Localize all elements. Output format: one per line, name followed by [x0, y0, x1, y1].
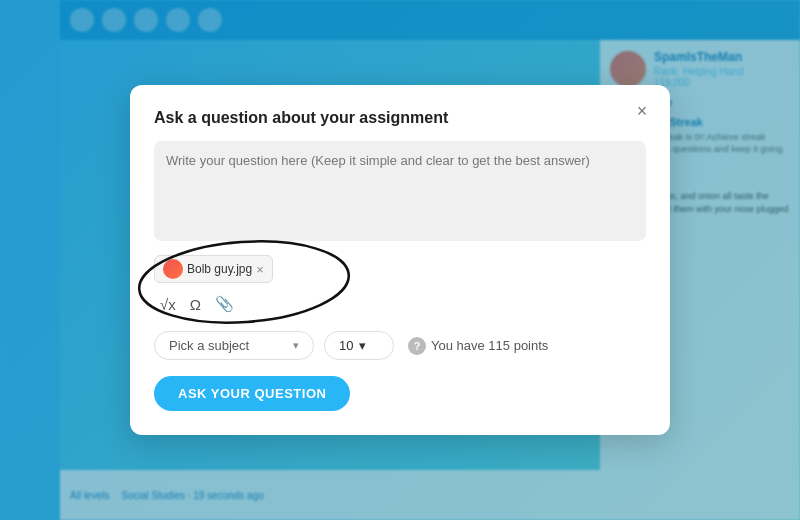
attachment-tag: Bolb guy.jpg × — [154, 255, 273, 283]
points-info: ? You have 115 points — [408, 337, 548, 355]
subject-select-arrow-icon: ▾ — [293, 339, 299, 352]
ask-question-modal: × Ask a question about your assignment B… — [130, 85, 670, 435]
modal-title: Ask a question about your assignment — [154, 109, 646, 127]
attachment-remove-button[interactable]: × — [256, 263, 264, 276]
omega-icon: Ω — [190, 296, 201, 313]
close-button[interactable]: × — [630, 99, 654, 123]
question-textarea[interactable] — [154, 141, 646, 241]
sqrt-icon: √x — [160, 296, 176, 313]
points-info-icon: ? — [408, 337, 426, 355]
points-select-arrow-icon: ▾ — [359, 338, 366, 353]
paperclip-button[interactable]: 📎 — [209, 291, 240, 317]
ask-question-button[interactable]: ASK YOUR QUESTION — [154, 376, 350, 411]
sqrt-button[interactable]: √x — [154, 292, 182, 317]
paperclip-icon: 📎 — [215, 295, 234, 313]
ellipse-container: Bolb guy.jpg × √x Ω 📎 — [154, 255, 646, 317]
omega-button[interactable]: Ω — [184, 292, 207, 317]
points-value: 10 — [339, 338, 353, 353]
controls-row: Pick a subject ▾ 10 ▾ ? You have 115 poi… — [154, 331, 646, 360]
subject-select-label: Pick a subject — [169, 338, 249, 353]
attachment-filename: Bolb guy.jpg — [187, 262, 252, 276]
attachment-area: Bolb guy.jpg × — [154, 255, 646, 283]
points-info-text: You have 115 points — [431, 338, 548, 353]
subject-select[interactable]: Pick a subject ▾ — [154, 331, 314, 360]
attachment-avatar-icon — [163, 259, 183, 279]
points-select[interactable]: 10 ▾ — [324, 331, 394, 360]
toolbar: √x Ω 📎 — [154, 291, 646, 317]
modal-overlay: × Ask a question about your assignment B… — [0, 0, 800, 520]
